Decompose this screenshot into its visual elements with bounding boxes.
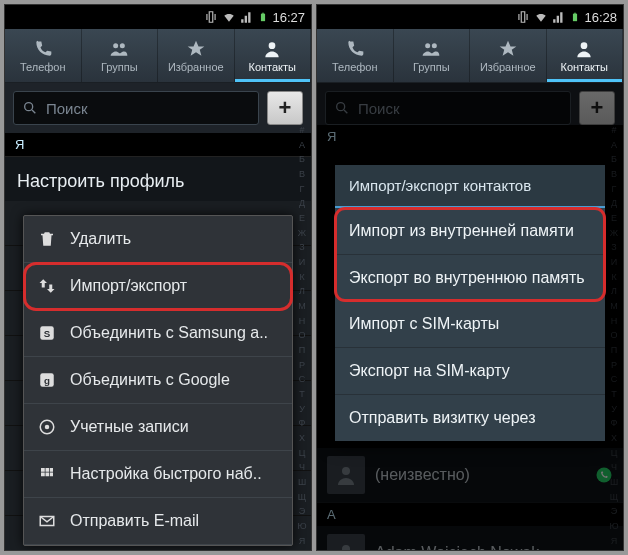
phone-left: 16:27 Телефон Группы Избранное Контакты … [4,4,312,551]
groups-icon [109,39,129,59]
svg-point-0 [113,43,118,48]
dialog-export-sim[interactable]: Экспорт на SIM-карту [335,348,605,395]
menu-send-email[interactable]: Отправить E-mail [24,498,292,545]
section-header-me: Я [5,133,311,156]
svg-point-17 [432,43,437,48]
trash-icon [36,228,58,250]
tabs: Телефон Группы Избранное Контакты [317,29,623,83]
import-export-icon [36,275,58,297]
dialog-title: Импорт/экспорт контактов [335,165,605,208]
menu-label: Настройка быстрого наб.. [70,465,262,483]
tab-label: Избранное [480,61,536,73]
tab-phone[interactable]: Телефон [317,29,394,82]
status-time: 16:27 [272,10,305,25]
dialog-export-internal[interactable]: Экспорт во внутреннюю память [335,255,605,301]
tab-groups[interactable]: Группы [394,29,471,82]
tab-phone[interactable]: Телефон [5,29,82,82]
star-icon [186,39,206,59]
dialog-send-vcard[interactable]: Отправить визитку через [335,395,605,441]
svg-text:S: S [44,328,51,339]
menu-label: Учетные записи [70,418,189,436]
dialog-import-internal[interactable]: Импорт из внутренней памяти [335,208,605,255]
add-contact-button[interactable]: + [267,91,303,125]
battery-icon [570,10,580,24]
status-bar: 16:28 [317,5,623,29]
svg-rect-11 [46,468,50,472]
svg-point-9 [45,425,50,430]
status-time: 16:28 [584,10,617,25]
svg-point-1 [120,43,125,48]
menu-label: Объединить с Samsung a.. [70,324,268,342]
star-icon [498,39,518,59]
search-input[interactable]: Поиск [13,91,259,125]
samsung-icon: S [36,322,58,344]
status-bar: 16:27 [5,5,311,29]
search-row: Поиск + [5,83,311,133]
svg-point-3 [25,103,33,111]
menu-label: Удалить [70,230,131,248]
tab-label: Телефон [332,61,378,73]
phone-icon [345,39,365,59]
tab-label: Телефон [20,61,66,73]
menu-import-export[interactable]: Импорт/экспорт [24,263,292,310]
person-icon [574,39,594,59]
menu-speed-dial[interactable]: Настройка быстрого наб.. [24,451,292,498]
tab-label: Контакты [248,61,296,73]
menu-delete[interactable]: Удалить [24,216,292,263]
menu-accounts[interactable]: Учетные записи [24,404,292,451]
search-placeholder: Поиск [46,100,88,117]
tab-favorites[interactable]: Избранное [470,29,547,82]
wifi-icon [222,10,236,24]
menu-send-message[interactable]: Отправить сообщение [24,545,292,551]
tab-label: Группы [101,61,138,73]
svg-rect-12 [50,468,53,472]
google-icon: g [36,369,58,391]
svg-text:g: g [44,375,50,386]
tab-contacts[interactable]: Контакты [547,29,624,82]
tab-label: Контакты [560,61,608,73]
menu-label: Объединить с Google [70,371,230,389]
signal-icon [240,10,254,24]
svg-rect-14 [46,473,50,477]
svg-point-18 [581,42,588,49]
groups-icon [421,39,441,59]
menu-merge-samsung[interactable]: S Объединить с Samsung a.. [24,310,292,357]
speed-dial-icon [36,463,58,485]
tab-contacts[interactable]: Контакты [235,29,312,82]
svg-point-16 [425,43,430,48]
import-export-dialog: Импорт/экспорт контактов Импорт из внутр… [335,165,605,441]
signal-icon [552,10,566,24]
search-icon [22,100,38,116]
phone-icon [33,39,53,59]
options-menu: Удалить Импорт/экспорт S Объединить с Sa… [23,215,293,546]
tab-label: Избранное [168,61,224,73]
vibrate-icon [516,10,530,24]
svg-rect-15 [50,473,53,477]
tab-favorites[interactable]: Избранное [158,29,235,82]
email-icon [36,510,58,532]
plus-icon: + [279,95,292,121]
tab-groups[interactable]: Группы [82,29,159,82]
tabs: Телефон Группы Избранное Контакты [5,29,311,83]
menu-merge-google[interactable]: g Объединить с Google [24,357,292,404]
svg-point-2 [269,42,276,49]
dialog-import-sim[interactable]: Импорт с SIM-карты [335,301,605,348]
svg-rect-13 [41,473,45,477]
setup-profile[interactable]: Настроить профиль [5,156,311,207]
battery-icon [258,10,268,24]
vibrate-icon [204,10,218,24]
wifi-icon [534,10,548,24]
menu-label: Отправить E-mail [70,512,199,530]
accounts-icon [36,416,58,438]
menu-label: Импорт/экспорт [70,277,187,295]
tab-label: Группы [413,61,450,73]
phone-right: 16:28 Телефон Группы Избранное Контакты … [316,4,624,551]
person-icon [262,39,282,59]
svg-rect-10 [41,468,45,472]
